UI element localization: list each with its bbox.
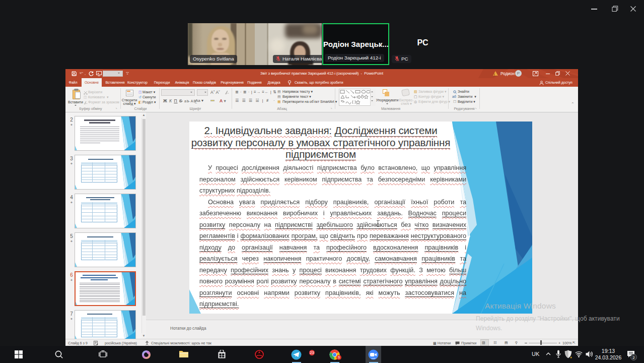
svg-text:zoom: zoom [372,357,376,359]
